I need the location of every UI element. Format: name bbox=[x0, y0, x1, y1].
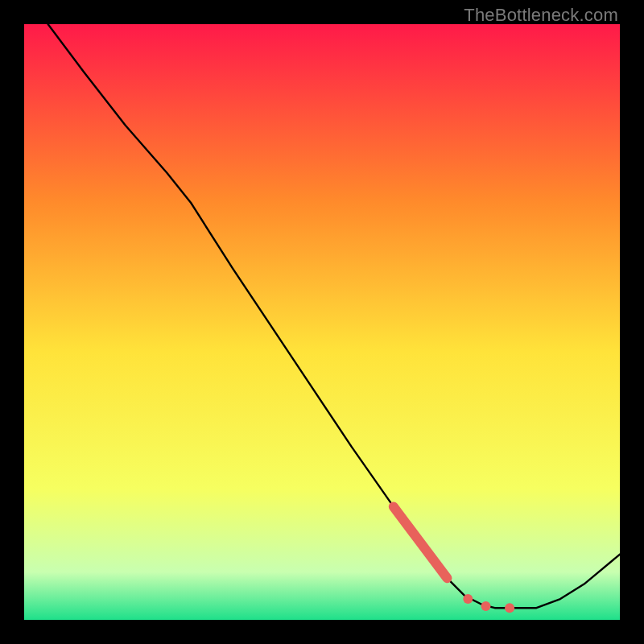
highlight-dot bbox=[481, 601, 491, 611]
highlight-dot bbox=[505, 603, 514, 613]
watermark-text: TheBottleneck.com bbox=[464, 5, 618, 26]
chart-svg bbox=[24, 24, 620, 620]
outer-frame: TheBottleneck.com bbox=[0, 0, 644, 644]
plot-area bbox=[24, 24, 620, 620]
gradient-background bbox=[24, 24, 620, 620]
highlight-dot bbox=[463, 594, 473, 604]
